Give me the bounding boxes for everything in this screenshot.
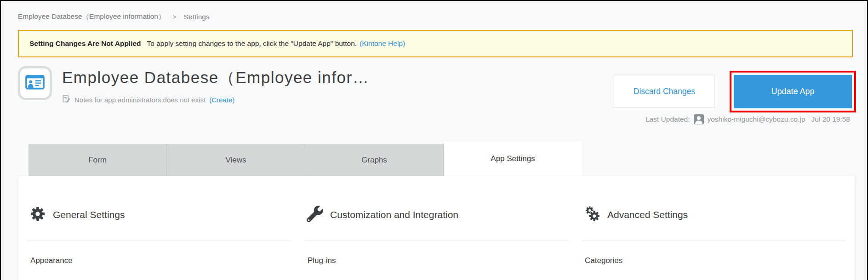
settings-tabs: Form Views Graphs App Settings [29,141,582,176]
section-advanced-settings: Advanced Settings Categories [582,176,845,280]
last-updated-user: yoshiko-miguchi@cybozu.co.jp [708,115,805,123]
breadcrumb-separator: > [173,13,177,21]
warning-title: Setting Changes Are Not Applied [29,39,141,48]
highlight-box: Update App [730,71,856,112]
link-appearance[interactable]: Appearance [28,241,291,280]
update-app-button[interactable]: Update App [734,75,852,108]
avatar [694,114,704,124]
tab-views[interactable]: Views [167,144,305,176]
section-title: General Settings [53,209,125,220]
section-title: Advanced Settings [607,209,688,220]
warning-message: To apply setting changes to the app, cli… [147,39,357,48]
tab-graphs[interactable]: Graphs [305,144,444,176]
app-title-block: Employee Databese（Employee infor… Notes … [62,67,369,105]
discard-changes-button[interactable]: Discard Changes [614,76,715,108]
last-updated-label: Last Updated: [645,115,690,123]
customization-heading: Customization and Integration [305,206,568,241]
section-customization: Customization and Integration Plug-ins [305,176,568,280]
wrench-icon [307,206,323,224]
notes-text: Notes for app administrators does not ex… [74,96,206,104]
general-settings-heading: General Settings [28,206,291,241]
tab-app-settings[interactable]: App Settings [444,141,582,176]
admin-notes-row: Notes for app administrators does not ex… [62,95,369,105]
advanced-settings-heading: Advanced Settings [582,206,845,241]
last-updated-time: Jul 20 19:58 [811,115,850,123]
gear-icon [29,206,46,224]
page-title: Employee Databese（Employee infor… [62,67,369,89]
breadcrumb: Employee Databese（Employee information） … [18,12,210,22]
memo-pencil-icon [62,95,71,105]
breadcrumb-current: Settings [184,13,210,21]
gears-icon [584,206,600,224]
breadcrumb-app-link[interactable]: Employee Databese（Employee information） [18,12,166,22]
app-settings-page: Employee Databese（Employee information） … [0,0,868,280]
section-general-settings: General Settings Appearance [28,176,291,280]
id-card-icon [24,72,46,95]
notes-create-link[interactable]: (Create) [209,96,234,104]
header-actions: Discard Changes Update App [614,71,856,112]
link-categories[interactable]: Categories [582,241,845,280]
tab-form[interactable]: Form [29,144,167,176]
kintone-help-link[interactable]: (Kintone Help) [360,39,405,48]
app-settings-panel: General Settings Appearance Customizatio… [18,176,855,280]
link-plug-ins[interactable]: Plug-ins [305,241,568,280]
section-title: Customization and Integration [330,209,458,220]
warning-banner: Setting Changes Are Not Applied To apply… [18,30,853,57]
app-icon [18,66,52,100]
last-updated: Last Updated: yoshiko-miguchi@cybozu.co.… [645,114,850,124]
